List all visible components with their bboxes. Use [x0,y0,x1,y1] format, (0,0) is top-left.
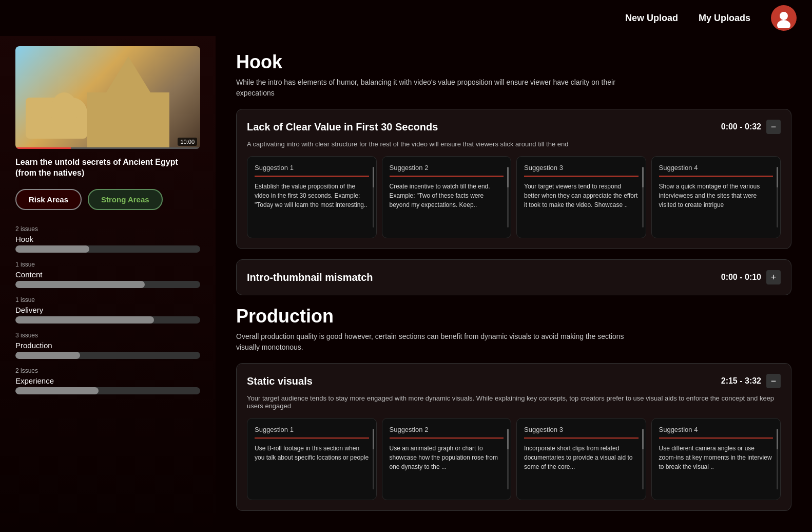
suggestion-label-3: Suggestion 3 [524,164,639,172]
issue-title-static-visuals: Static visuals [247,375,313,387]
suggestion-underline-4 [659,176,774,177]
score-label-hook: Hook [15,235,33,243]
score-item-content: 1 issue Content [15,261,200,288]
scrollbar-1 [373,167,374,227]
hook-section-subtitle: While the intro has elements of humor, b… [236,77,647,99]
score-header-delivery: 1 issue [15,296,200,303]
score-bar-fill-hook [15,245,89,253]
score-label-row-hook: Hook [15,235,200,243]
prod-scrollbar-1 [373,429,374,489]
prod-suggestion-text-4: Use different camera angles or use zoom-… [659,444,774,471]
issue-title-thumbnail-mismatch: Intro-thumbnail mismatch [247,272,373,283]
main-layout: 10:00 Learn the untold secrets of Ancien… [0,36,812,532]
issue-title-lack-of-value: Lack of Clear Value in First 30 Seconds [247,121,438,133]
suggestion-text-2: Create incentive to watch till the end. … [390,182,504,210]
suggestion-card-1: Suggestion 1 Establish the value proposi… [247,156,377,238]
suggestion-text-3: Your target viewers tend to respond bett… [524,182,639,210]
new-upload-link[interactable]: New Upload [625,13,678,24]
suggestion-underline-2 [390,176,504,177]
prod-suggestion-underline-2 [390,438,504,439]
score-item-delivery: 1 issue Delivery [15,296,200,324]
score-bar-fill-delivery [15,316,154,324]
sphinx-head-decoration [51,92,77,123]
prod-scrollbar-2 [507,429,509,489]
prod-suggestion-label-3: Suggestion 3 [524,426,639,433]
hook-section-title: Hook [236,51,791,73]
score-bar-bg-delivery [15,316,200,324]
issue-card-header: Lack of Clear Value in First 30 Seconds … [247,120,781,134]
scrollbar-4 [777,167,778,227]
score-item-production: 3 issues Production [15,332,200,359]
prod-suggestion-text-1: Use B-roll footage in this section when … [255,444,369,462]
sidebar: 10:00 Learn the untold secrets of Ancien… [0,36,216,532]
suggestion-card-3: Suggestion 3 Your target viewers tend to… [516,156,646,238]
suggestion-underline-1 [255,176,369,177]
production-section-subtitle: Overall production quality is good howev… [236,331,647,353]
suggestions-row-lack-of-value: Suggestion 1 Establish the value proposi… [247,156,781,238]
expand-btn-thumbnail-mismatch[interactable]: + [766,270,781,284]
prod-suggestion-text-3: Incorporate short clips from related doc… [524,444,639,471]
tab-strong-areas[interactable]: Strong Areas [88,189,163,210]
video-title: Learn the untold secrets of Ancient Egyp… [15,157,200,179]
pyramid-body-decoration [87,92,169,149]
score-label-row-content: Content [15,270,200,279]
score-bar-fill-experience [15,387,99,394]
time-range-thumbnail: 0:00 - 0:10 [721,273,761,282]
collapse-btn-static-visuals[interactable]: − [766,374,781,388]
avatar[interactable] [771,5,797,31]
prod-suggestion-label-1: Suggestion 1 [255,426,369,433]
score-issues-hook: 2 issues [15,225,38,233]
video-progress-bar [15,147,200,149]
collapse-btn-lack-of-value[interactable]: − [766,120,781,134]
score-label-production: Production [15,341,52,350]
prod-suggestion-label-2: Suggestion 2 [390,426,504,433]
suggestion-card-4: Suggestion 4 Show a quick montage of the… [651,156,781,238]
score-item-hook: 2 issues Hook [15,225,200,253]
static-visuals-header: Static visuals 2:15 - 3:32 − [247,374,781,388]
score-issues-experience: 2 issues [15,367,38,374]
issue-time-lack-of-value: 0:00 - 0:32 − [721,120,781,134]
score-section: 2 issues Hook 1 issue Content 1 issue De… [15,225,200,394]
score-item-experience: 2 issues Experience [15,367,200,394]
tab-risk-areas[interactable]: Risk Areas [15,189,82,210]
score-label-row-delivery: Delivery [15,306,200,314]
video-thumbnail[interactable]: 10:00 [15,46,200,149]
score-label-content: Content [15,270,43,279]
time-range-text: 0:00 - 0:32 [721,122,761,131]
prod-suggestion-card-1: Suggestion 1 Use B-roll footage in this … [247,418,377,500]
score-label-row-experience: Experience [15,376,200,385]
prod-suggestion-label-4: Suggestion 4 [659,426,774,433]
suggestion-card-2: Suggestion 2 Create incentive to watch t… [382,156,512,238]
nav: New Upload My Uploads [625,5,797,31]
score-bar-bg-experience [15,387,200,394]
score-bar-fill-production [15,352,80,359]
content-area: Hook While the intro has elements of hum… [216,36,812,532]
issue-desc-lack-of-value: A captivating intro with clear structure… [247,140,781,148]
prod-suggestion-underline-3 [524,438,639,439]
prod-suggestion-card-3: Suggestion 3 Incorporate short clips fro… [516,418,646,500]
scrollbar-3 [642,167,644,227]
suggestion-label-4: Suggestion 4 [659,164,774,172]
score-header-experience: 2 issues [15,367,200,374]
score-issues-delivery: 1 issue [15,296,35,303]
time-range-static-visuals: 2:15 - 3:32 [721,376,761,386]
score-bar-fill-content [15,281,145,288]
score-label-delivery: Delivery [15,306,43,314]
production-section-title: Production [236,306,791,327]
score-header-content: 1 issue [15,261,200,268]
suggestion-text-4: Show a quick montage of the various inte… [659,182,774,210]
video-timestamp-end: 10:00 [178,138,197,146]
score-header-hook: 2 issues [15,225,200,233]
header: New Upload My Uploads [0,0,812,36]
thumbnail-image [15,46,200,149]
issue-card-thumbnail-mismatch: Intro-thumbnail mismatch 0:00 - 0:10 + [236,259,791,295]
issue-desc-static-visuals: Your target audience tends to stay more … [247,394,781,410]
prod-suggestion-text-2: Use an animated graph or chart to showca… [390,444,504,471]
score-label-experience: Experience [15,376,54,385]
score-bar-bg-content [15,281,200,288]
my-uploads-link[interactable]: My Uploads [699,13,750,24]
suggestion-text-1: Establish the value proposition of the v… [255,182,369,210]
issue-card-static-visuals: Static visuals 2:15 - 3:32 − Your target… [236,363,791,511]
issue-card-lack-of-value: Lack of Clear Value in First 30 Seconds … [236,109,791,249]
score-bar-bg-hook [15,245,200,253]
